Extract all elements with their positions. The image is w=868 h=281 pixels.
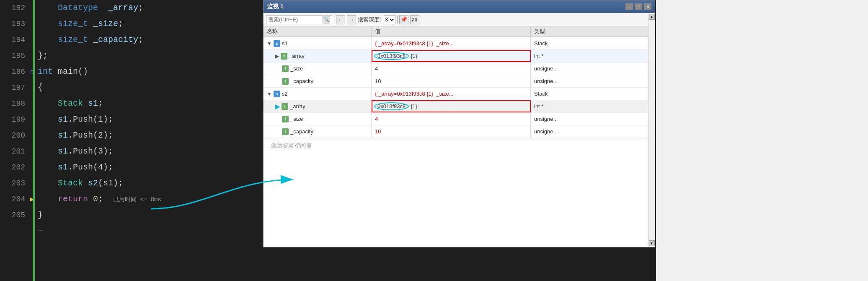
table-row[interactable]: f _capacity 10 unsigne... [264,125,655,138]
line-number-196: 196 [0,64,30,80]
pin-button[interactable]: 📌 [399,15,408,24]
code-line-200: s1.Push(2); [38,127,113,143]
line-number-199: 199 [0,112,30,127]
table-row[interactable]: ▼ s s1 { _array=0x013f93c8 {1} _size... … [264,37,655,50]
expand-arrow-s1[interactable]: ▼ [267,41,272,47]
scroll-up-button[interactable]: ▲ [649,14,655,20]
search-container: 🔍 [266,15,332,24]
watch-table-body: ▼ s s1 { _array=0x013f93c8 {1} _size... … [264,37,655,247]
watch-window: 监视 1 － □ ✕ 🔍 ← → 搜索深度: 1 2 3 4 5 [263,0,655,247]
float-button[interactable]: □ [635,3,642,10]
line-number-194: 194 [0,32,30,48]
watch-toolbar: 🔍 ← → 搜索深度: 1 2 3 4 5 📌 ab [264,13,655,26]
line-number-204: 204 [0,191,30,207]
row-value-s2-size: 4 [372,113,531,125]
row-type-s1-capacity: unsigne... [531,75,655,87]
watch-title: 监视 1 [267,3,284,10]
row-value-s1-capacity: 10 [372,75,531,87]
scrollbar[interactable]: ▲ ▼ [648,13,655,247]
code-line-198: Stack s1; [38,96,103,112]
row-name-s1-array: ▶ f _array [264,50,372,62]
row-name-s2-array: ▶ f _array [264,100,372,112]
forward-button[interactable]: → [347,15,356,24]
col-name-header: 名称 [264,26,372,36]
field-icon-s1-size: f [282,65,289,72]
row-type-s2: Stack [531,88,655,100]
code-line-199: s1.Push(1); [38,112,113,127]
line-number-197: 197 [0,80,30,96]
code-line-197: { [38,80,43,96]
code-line-204: return 0; 已用时间 <= 8ms [38,191,161,208]
table-row[interactable]: ▼ s s2 { _array=0x013f93c8 {1} _size... … [264,88,655,100]
table-row[interactable]: ▶ f _array 0x013f93c8 {1} int * [264,50,655,62]
var-icon-s1: s [274,40,280,47]
back-button[interactable]: ← [336,15,345,24]
row-name-s1-capacity: f _capacity [264,75,372,87]
separator-1 [334,16,334,24]
row-value-s1-array: 0x013f93c8 {1} [372,50,531,62]
row-value-s1: { _array=0x013f93c8 {1} _size... [372,37,531,49]
row-type-s1-size: unsigne... [531,62,655,75]
col-value-header: 值 [372,26,531,36]
code-line-201: s1.Push(3); [38,143,113,159]
code-line-193: size_t _size; [38,16,123,32]
code-line-203: Stack s2(s1); [38,175,123,191]
watch-titlebar: 监视 1 － □ ✕ [264,0,655,13]
cyan-circle-s1: 0x013f93c8 [374,52,409,60]
table-header: 名称 值 类型 [264,26,655,37]
code-editor: 192 Datatype _array; 193 size_t _size; 1… [0,0,264,281]
row-type-s1-array: int * [531,50,655,62]
line-number-203: 203 [0,175,30,191]
row-name-s1: ▼ s s1 [264,37,372,49]
row-value-s2: { _array=0x013f93c8 {1} _size... [372,88,531,100]
close-button[interactable]: ✕ [644,3,651,10]
table-row[interactable]: f _size 4 unsigne... [264,113,655,125]
expand-arrow-s1-array[interactable]: ▶ [275,53,279,59]
col-type-header: 类型 [531,26,655,36]
scroll-down-button[interactable]: ▼ [649,240,655,246]
table-row[interactable]: f _capacity 10 unsigne... [264,75,655,88]
separator-2 [397,16,398,24]
row-type-s2-array: int * [531,100,655,112]
field-icon-s2-array: f [282,103,288,110]
line-number-198: 198 [0,96,30,112]
code-line-192: Datatype _array; [38,0,143,16]
row-type-s2-capacity: unsigne... [531,125,655,138]
table-row[interactable]: ▶ f _array 0x013f93c8 {1} int * [264,100,655,113]
field-icon-s2-capacity: f [282,128,289,135]
depth-select[interactable]: 1 2 3 4 5 [383,15,395,24]
field-icon-s2-size: f [282,116,289,122]
add-watch-row[interactable]: 添加要监视的项 [264,138,655,153]
row-type-s1: Stack [531,37,655,49]
search-input[interactable] [268,16,323,23]
line-number-192: 192 [0,0,30,16]
code-line-tilde: ~ [38,223,43,239]
depth-label: 搜索深度: [358,16,381,23]
row-value-s2-array: 0x013f93c8 {1} [372,100,531,112]
search-button[interactable]: 🔍 [323,16,330,23]
field-icon-s1-array: f [281,53,287,60]
code-line-195: }; [38,48,48,64]
field-icon-s1-capacity: f [282,78,289,85]
expand-arrow-s2[interactable]: ▼ [267,91,272,97]
var-icon-s2: s [274,91,280,97]
format-button[interactable]: ab [410,15,419,24]
line-number-205: 205 [0,207,30,223]
row-name-s2: ▼ s s2 [264,88,372,100]
code-line-194: size_t _capacity; [38,32,143,48]
titlebar-controls: － □ ✕ [625,3,651,10]
table-row[interactable]: f _size 4 unsigne... [264,62,655,75]
row-name-s1-size: f _size [264,62,372,75]
line-number-193: 193 [0,16,30,32]
row-type-s2-size: unsigne... [531,113,655,125]
code-line-196: int main() [38,64,88,80]
right-background [656,0,868,281]
minimize-button[interactable]: － [625,3,633,10]
row-name-s2-capacity: f _capacity [264,125,372,138]
line-number-202: 202 [0,159,30,175]
code-line-205: } [38,207,43,223]
arrow-indicator-s2: ▶ [275,103,280,110]
line-number-200: 200 [0,127,30,143]
line-number-195: 195 [0,48,30,64]
line-number-201: 201 [0,143,30,159]
